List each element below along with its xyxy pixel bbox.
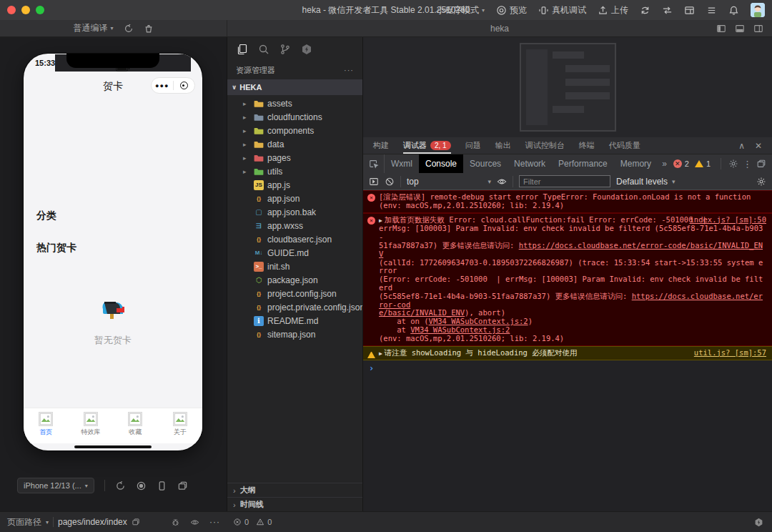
phone-tab-4[interactable]: 关于: [158, 408, 203, 443]
watch-eye-icon[interactable]: [190, 518, 199, 527]
more-tabs-icon[interactable]: »: [658, 159, 671, 169]
console-link[interactable]: e/basic/INVALID_ENV: [379, 308, 465, 317]
tree-folder-data[interactable]: ▸data: [227, 137, 362, 151]
rotate-device-icon[interactable]: [115, 481, 126, 491]
console-prompt[interactable]: ›: [363, 360, 772, 373]
filter-input[interactable]: [519, 175, 610, 187]
devtools-settings-icon[interactable]: [728, 159, 738, 169]
recompile-icon[interactable]: [124, 24, 134, 34]
tree-folder-assets[interactable]: ▸assets: [227, 97, 362, 110]
debugger-tab-问题[interactable]: 问题: [465, 137, 481, 154]
devtools-tab-console[interactable]: Console: [419, 154, 463, 173]
tree-file-app.js[interactable]: JSapp.js: [227, 178, 362, 192]
remote-debug-button[interactable]: 真机调试: [538, 4, 586, 16]
debugger-tab-调试控制台[interactable]: 调试控制台: [525, 137, 565, 154]
log-levels-select[interactable]: Default levels▾: [616, 177, 676, 187]
user-avatar[interactable]: [751, 3, 765, 17]
inspect-element-icon[interactable]: [363, 154, 385, 173]
source-location-link[interactable]: index.js? [sm]:50: [690, 216, 766, 225]
toggle-secondary-sidebar-icon[interactable]: [753, 24, 763, 34]
phone-tab-1[interactable]: 首页: [24, 408, 69, 443]
phone-tab-2[interactable]: 特效库: [69, 408, 114, 443]
devtools-tab-performance[interactable]: Performance: [552, 154, 614, 173]
expand-arrow-icon[interactable]: ▶: [379, 350, 382, 357]
debugger-tab-终端[interactable]: 终端: [579, 137, 595, 154]
switch-project-icon[interactable]: [662, 5, 673, 16]
tree-file-app.json.bak[interactable]: ▢app.json.bak: [227, 205, 362, 219]
device-select[interactable]: iPhone 12/13 (...▾: [17, 478, 94, 493]
tree-file-cloudbaserc.json[interactable]: {}cloudbaserc.json: [227, 232, 362, 246]
source-location-link[interactable]: util.js? [sm]:57: [694, 349, 766, 358]
tree-file-project.config.json[interactable]: {}project.config.json: [227, 287, 362, 300]
timeline-section[interactable]: ›时间线: [227, 497, 362, 511]
clear-console-icon[interactable]: [385, 177, 395, 187]
maximize-window-button[interactable]: [36, 6, 44, 14]
record-icon[interactable]: [136, 481, 147, 491]
exit-miniprogram-button[interactable]: [174, 82, 195, 89]
tree-file-sitemap.json[interactable]: {}sitemap.json: [227, 327, 362, 341]
debug-bug-icon[interactable]: [171, 518, 180, 527]
tree-file-init.sh[interactable]: >_init.sh: [227, 260, 362, 273]
collapse-panel-icon[interactable]: ∧: [738, 141, 745, 151]
console-message-warning[interactable]: ▶请注意 showLoading 与 hideLoading 必须配对使用uti…: [363, 346, 772, 361]
compile-mode-dropdown[interactable]: 普通编译▾: [73, 22, 113, 34]
page-path-dropdown-icon[interactable]: ▾: [46, 519, 49, 526]
warning-count-icon[interactable]: [695, 160, 703, 167]
tree-folder-components[interactable]: ▸components: [227, 124, 362, 137]
debugger-tab-构建[interactable]: 构建: [373, 137, 389, 154]
debugger-tab-代码质量[interactable]: 代码质量: [609, 137, 640, 154]
npm-status-icon[interactable]: [754, 518, 763, 527]
notification-bell-icon[interactable]: [728, 5, 739, 16]
tree-file-project.private.config.json[interactable]: {}project.private.config.json: [227, 300, 362, 314]
devtools-tab-memory[interactable]: Memory: [614, 154, 658, 173]
context-select[interactable]: top▾: [407, 177, 491, 187]
tree-file-app.json[interactable]: {}app.json: [227, 192, 362, 205]
tree-file-GUIDE.md[interactable]: M↓GUIDE.md: [227, 246, 362, 260]
dock-side-icon[interactable]: [756, 159, 766, 169]
console-link[interactable]: VM34 WASubContext.js:2: [429, 317, 528, 325]
toggle-panel-icon[interactable]: [735, 24, 745, 34]
tree-folder-cloudfunctions[interactable]: ▸cloudfunctions: [227, 110, 362, 124]
devtools-tab-sources[interactable]: Sources: [463, 154, 508, 173]
error-count-icon[interactable]: ✕: [673, 159, 682, 168]
devtools-tab-network[interactable]: Network: [508, 154, 552, 173]
tree-root-heka[interactable]: ∨ HEKA: [227, 79, 362, 95]
console-link[interactable]: VM34 WASubContext.js:2: [410, 325, 510, 334]
console-eye-icon[interactable]: [497, 177, 507, 187]
expand-arrow-icon[interactable]: ▶: [379, 217, 382, 224]
console-settings-icon[interactable]: [756, 177, 766, 187]
devtools-menu-icon[interactable]: ⋮: [741, 159, 753, 169]
console-sidebar-icon[interactable]: [369, 177, 379, 187]
device-frame-icon[interactable]: [157, 481, 167, 491]
menu-icon[interactable]: [706, 5, 717, 16]
search-icon[interactable]: [253, 39, 274, 60]
upload-button[interactable]: 上传: [598, 4, 628, 16]
phone-tab-3[interactable]: 收藏: [113, 408, 158, 443]
git-branch-icon[interactable]: [274, 39, 296, 60]
more-menu-button[interactable]: ●●●: [152, 82, 173, 89]
toggle-sidebar-icon[interactable]: [716, 24, 726, 34]
tree-folder-utils[interactable]: ▸utils: [227, 164, 362, 178]
page-path-label[interactable]: 页面路径: [7, 516, 41, 528]
minimize-window-button[interactable]: [21, 6, 30, 14]
problems-summary[interactable]: 0 0: [227, 518, 363, 526]
npm-package-icon[interactable]: [296, 39, 317, 60]
clear-cache-icon[interactable]: [144, 24, 154, 34]
multi-window-icon[interactable]: [177, 481, 188, 491]
devtools-tab-wxml[interactable]: Wxml: [385, 154, 419, 173]
phone-simulator[interactable]: 15:33 贺卡 ●●●: [24, 54, 202, 450]
close-window-button[interactable]: [7, 6, 16, 14]
close-panel-icon[interactable]: ✕: [755, 141, 762, 151]
sync-icon[interactable]: [640, 5, 650, 16]
console-message-error[interactable]: ✕▶加载首页数据失败 Error: cloud.callFunction:fai…: [363, 213, 772, 346]
tree-file-app.wxss[interactable]: ヨapp.wxss: [227, 219, 362, 232]
layout-icon[interactable]: [684, 5, 695, 16]
console-output[interactable]: ✕[渲染层错误] remote-debug start error TypeEr…: [363, 190, 772, 511]
debugger-tab-调试器[interactable]: 调试器2, 1: [403, 137, 451, 154]
debugger-tab-输出[interactable]: 输出: [495, 137, 511, 154]
copy-path-icon[interactable]: [132, 518, 140, 526]
tree-folder-pages[interactable]: ▸pages: [227, 151, 362, 164]
tree-file-package.json[interactable]: ⬡package.json: [227, 273, 362, 287]
statusbar-more-icon[interactable]: ···: [209, 517, 220, 527]
files-icon[interactable]: [232, 39, 253, 60]
